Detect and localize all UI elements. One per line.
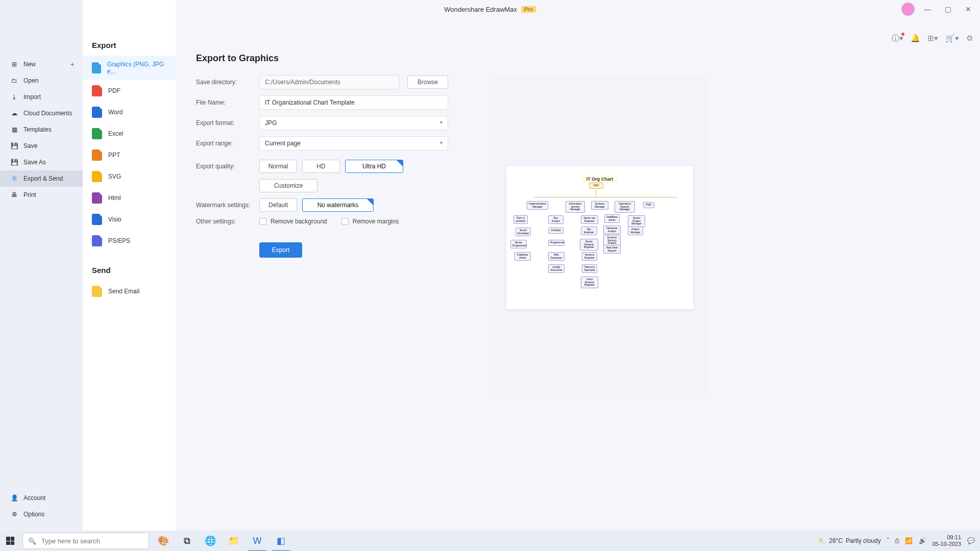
org-node: Quality Assurance	[548, 264, 565, 273]
sidebar-item-saveas[interactable]: 💾Save As	[0, 154, 83, 170]
sidebar-item-import[interactable]: ⭳Import	[0, 89, 83, 105]
pdf-file-icon	[92, 85, 102, 96]
sidebar-item-templates[interactable]: ▦Templates	[0, 121, 83, 138]
export-button[interactable]: Export	[259, 242, 302, 258]
plus-square-icon: ⊞	[10, 60, 18, 68]
sidebar-item-save[interactable]: 💾Save	[0, 138, 83, 154]
org-node: Programmer	[548, 240, 565, 246]
org-node: Senior sec Engineer	[581, 215, 598, 224]
word-icon[interactable]: W	[246, 531, 268, 551]
format-ppt[interactable]: PPT	[83, 144, 176, 166]
sidebar-item-export-send[interactable]: ⎘Export & Send	[0, 170, 83, 187]
format-pseps[interactable]: PS/EPS	[83, 230, 176, 252]
taskbar-search[interactable]: 🔍Type here to search	[22, 533, 149, 549]
html-file-icon	[92, 192, 102, 204]
select-value: JPG	[265, 119, 277, 127]
watermark-default[interactable]: Default	[259, 198, 297, 212]
edrawmax-icon[interactable]: ◧	[270, 531, 292, 551]
print-icon: 🖶	[10, 191, 18, 199]
preview-title: IT Org Chart	[581, 176, 619, 183]
select-value: Current page	[265, 140, 301, 147]
sidebar-item-print[interactable]: 🖶Print	[0, 187, 83, 203]
quality-hd[interactable]: HD	[302, 160, 340, 173]
org-node: Database Admin	[514, 252, 531, 261]
label-watermark: Watermark settings:	[196, 202, 259, 209]
sidebar-item-new[interactable]: ⊞New+	[0, 56, 83, 72]
export-range-select[interactable]: Current page	[259, 136, 448, 151]
export-format-select[interactable]: JPG	[259, 116, 448, 130]
org-connector	[596, 190, 596, 197]
edge-icon[interactable]: 🌐	[199, 531, 222, 551]
visio-file-icon	[92, 214, 102, 225]
cortana-icon[interactable]: 🎨	[152, 531, 175, 551]
sidebar-item-label: Account	[23, 494, 45, 502]
org-node: Hardware Analyst	[603, 226, 621, 234]
format-excel[interactable]: Excel	[83, 123, 176, 144]
send-header: Send	[83, 263, 176, 281]
format-label: Excel	[108, 130, 123, 137]
preview-image: IT Org Chart CEO Implementation Manager …	[506, 166, 693, 309]
checkbox-remove-bg[interactable]: Remove background	[259, 218, 327, 225]
checkbox-icon	[259, 218, 266, 225]
taskview-icon[interactable]: ⧉	[176, 531, 198, 551]
preview-pane: IT Org Chart CEO Implementation Manager …	[490, 76, 709, 399]
sidebar-item-label: New	[23, 61, 36, 68]
format-graphics[interactable]: Graphics (PNG, JPG e...	[83, 56, 176, 80]
plus-icon[interactable]: +	[70, 60, 75, 68]
checkbox-remove-margins[interactable]: Remove margins	[341, 218, 399, 225]
format-label: Word	[108, 109, 122, 116]
explorer-icon[interactable]: 📁	[223, 531, 245, 551]
sidebar-item-account[interactable]: 👤Account	[0, 490, 83, 506]
checkbox-icon	[341, 218, 349, 225]
format-html[interactable]: Html	[83, 187, 176, 209]
customize-button[interactable]: Customize	[259, 179, 317, 192]
sidebar-item-label: Import	[23, 93, 41, 101]
notifications-icon[interactable]: 💬	[967, 537, 975, 544]
quality-normal[interactable]: Normal	[259, 160, 297, 173]
browse-button[interactable]: Browse	[407, 76, 448, 89]
org-node: Help Desk Support	[603, 245, 621, 254]
sidebar-item-label: Export & Send	[23, 175, 63, 182]
org-node: Senior Systems Engineer	[580, 239, 598, 251]
watermark-none[interactable]: No watermarks	[302, 198, 374, 212]
format-label: Visio	[108, 216, 121, 223]
sidebar-item-options[interactable]: ⚙Options	[0, 506, 83, 522]
format-word[interactable]: Word	[83, 102, 176, 123]
sidebar-item-label: Open	[23, 77, 38, 84]
excel-file-icon	[92, 128, 102, 139]
clock-date: 05-10-2023	[933, 541, 961, 547]
clock[interactable]: 09:11 05-10-2023	[933, 534, 961, 547]
weather-widget[interactable]: ⛅ 26°C Partly cloudy	[818, 537, 881, 544]
volume-icon[interactable]: 🔊	[919, 537, 926, 544]
format-svg[interactable]: SVG	[83, 166, 176, 187]
start-button[interactable]	[0, 531, 20, 551]
sidebar-item-cloud[interactable]: ☁Cloud Documents	[0, 105, 83, 121]
format-pdf[interactable]: PDF	[83, 80, 176, 102]
search-placeholder: Type here to search	[41, 537, 100, 545]
org-node: Bus Analyst	[548, 215, 564, 224]
weather-text: Partly cloudy	[846, 537, 881, 544]
system-tray: ⛅ 26°C Partly cloudy ˆ ⎙ 📶 🔊 09:11 05-10…	[818, 534, 975, 547]
gear-icon: ⚙	[10, 510, 18, 518]
weather-icon: ⛅	[818, 537, 826, 544]
sidebar-formats: Export Graphics (PNG, JPG e... PDF Word …	[83, 0, 176, 533]
wifi-icon[interactable]: 📶	[905, 537, 913, 544]
org-node: PMO	[643, 202, 654, 208]
file-name-input[interactable]	[259, 95, 448, 110]
quality-ultra-hd[interactable]: Ultra HD	[345, 160, 403, 173]
send-email[interactable]: Send Email	[83, 281, 176, 302]
label-save-directory: Save directory:	[196, 79, 259, 86]
org-node: Senior Programmer	[510, 240, 527, 248]
clock-time: 09:11	[933, 534, 961, 541]
send-label: Send Email	[108, 288, 139, 295]
account-icon: 👤	[10, 494, 18, 502]
sidebar-item-label: Options	[23, 511, 44, 518]
cloud-icon: ☁	[10, 109, 18, 117]
onedrive-icon[interactable]: ⎙	[895, 537, 899, 544]
sidebar-item-open[interactable]: 🗀Open	[0, 72, 83, 89]
format-visio[interactable]: Visio	[83, 209, 176, 230]
chevron-up-icon[interactable]: ˆ	[887, 537, 889, 544]
label-other-settings: Other settings:	[196, 218, 259, 225]
org-node: Sec Engineer	[581, 227, 597, 235]
save-directory-input[interactable]	[259, 75, 399, 89]
